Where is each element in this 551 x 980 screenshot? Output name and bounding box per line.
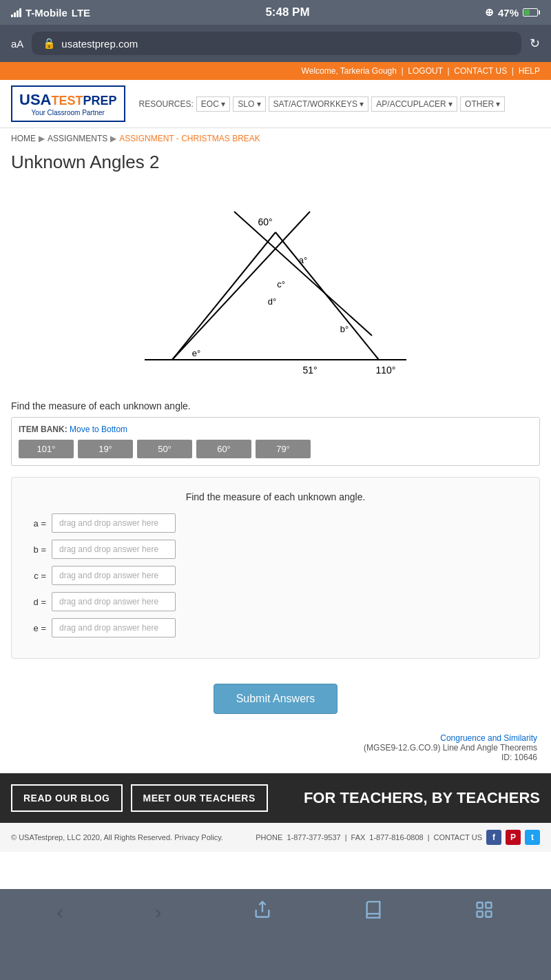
drag-item-101[interactable]: 101° [19,440,74,458]
svg-rect-6 [477,903,483,908]
item-bank-label: ITEM BANK: [19,425,67,434]
pinterest-icon[interactable]: P [506,830,521,845]
move-to-bottom-link[interactable]: Move to Bottom [70,425,127,434]
lock-icon: 🔒 [43,37,56,50]
network-label: LTE [72,7,90,19]
drag-item-19[interactable]: 19° [78,440,133,458]
battery-icon [523,8,540,17]
answer-row-d: d = drag and drop answer here [25,592,526,611]
breadcrumb-sep1: ▶ [39,134,45,143]
bottom-nav: ‹ › [0,889,551,935]
drag-item-50[interactable]: 50° [137,440,192,458]
nav-sat[interactable]: SAT/ACT/WORKKEYS ▾ [269,96,369,112]
contact-us-link-top[interactable]: CONTACT US [454,66,507,76]
social-links: f P t [486,830,540,845]
svg-rect-8 [477,911,483,917]
welcome-text: Welcome, Tarkeria Gough [302,66,397,76]
status-right: ⊕ 47% [485,6,540,19]
copyright-text: © USATestprep, LLC 2020, All Rights Rese… [11,833,172,841]
geometry-diagram: 60° a° c° d° b° e° 51° 110° [0,184,551,398]
angle-d-label: d° [268,296,276,307]
contact-us-link-bottom[interactable]: CONTACT US [434,833,483,841]
submit-button[interactable]: Submit Answers [214,684,338,714]
fax-link[interactable]: 1-877-816-0808 [369,833,423,841]
standards-title: Congruence and Similarity [14,733,537,743]
answer-row-a: a = drag and drop answer here [25,513,526,533]
nav-eoc[interactable]: EOC ▾ [196,96,230,112]
standards-code: (MGSE9-12.G.CO.9) Line And Angle Theorem… [14,743,537,753]
battery-percent: 47% [498,7,519,19]
help-link[interactable]: HELP [519,66,540,76]
angle-51-label: 51° [302,365,317,376]
lock-status-icon: ⊕ [485,6,494,19]
footer-cta: READ OUR BLOG MEET OUR TEACHERS FOR TEAC… [0,773,551,823]
privacy-link[interactable]: Privacy Policy. [174,833,223,841]
url-text: usatestprep.com [61,38,138,50]
page-content: Welcome, Tarkeria Gough | LOGOUT | CONTA… [0,62,551,889]
teachers-button[interactable]: MEET OUR TEACHERS [131,784,268,812]
text-size-control[interactable]: aA [11,38,23,50]
fax-label: FAX [351,833,366,841]
item-bank: ITEM BANK: Move to Bottom 101° 19° 50° 6… [11,417,540,466]
angle-a-label: a° [299,255,307,265]
status-bar: T-Mobile LTE 5:48 PM ⊕ 47% [0,0,551,25]
svg-line-5 [172,212,310,360]
bottom-spacer [0,935,551,977]
answer-label-e: e = [25,623,46,633]
angle-e-label: e° [192,348,200,358]
answer-section: Find the measure of each unknown angle. … [11,477,540,659]
answer-input-a[interactable]: drag and drop answer here [52,513,176,533]
logo-tagline: Your Classroom Partner [19,109,117,116]
logout-link[interactable]: LOGOUT [408,66,442,76]
time-display: 5:48 PM [265,6,309,19]
footer-bottom: © USATestprep, LLC 2020, All Rights Rese… [0,823,551,852]
footer-contact-area: PHONE 1-877-377-9537 | FAX 1-877-816-080… [256,830,540,845]
answer-input-e[interactable]: drag and drop answer here [52,618,176,637]
breadcrumb-assignments[interactable]: ASSIGNMENTS [48,134,107,143]
breadcrumb-current: ASSIGNMENT - CHRISTMAS BREAK [119,134,260,143]
svg-rect-9 [486,911,492,917]
answer-input-b[interactable]: drag and drop answer here [52,540,176,559]
blog-button[interactable]: READ OUR BLOG [11,784,123,812]
nav-other[interactable]: OTHER ▾ [460,96,505,112]
drag-item-60[interactable]: 60° [196,440,251,458]
tabs-button[interactable] [475,900,494,924]
angle-c-label: c° [277,279,285,289]
twitter-icon[interactable]: t [525,830,540,845]
forward-button[interactable]: › [155,901,161,923]
nav-links: RESOURCES: EOC ▾ SLO ▾ SAT/ACT/WORKKEYS … [139,96,506,112]
back-button[interactable]: ‹ [57,901,63,923]
signal-icon [11,8,21,17]
svg-line-1 [172,232,276,360]
logo[interactable]: USATESTPREP Your Classroom Partner [11,85,125,122]
carrier-label: T-Mobile [25,7,67,19]
standards-id: ID: 10646 [14,753,537,762]
breadcrumb-sep2: ▶ [110,134,116,143]
reload-button[interactable]: ↻ [530,36,540,51]
facebook-icon[interactable]: f [486,830,501,845]
answer-label-c: c = [25,571,46,581]
item-bank-header: ITEM BANK: Move to Bottom [19,425,532,434]
page-title: Unknown Angles 2 [0,149,551,184]
breadcrumb: HOME ▶ ASSIGNMENTS ▶ ASSIGNMENT - CHRIST… [0,128,551,149]
angle-60-label: 60° [258,216,272,227]
angle-110-label: 110° [376,365,396,376]
bookmarks-button[interactable] [364,900,383,924]
footer-copyright-area: © USATestprep, LLC 2020, All Rights Rese… [11,833,223,841]
drag-item-79[interactable]: 79° [256,440,311,458]
angle-b-label: b° [340,324,349,334]
angle-diagram-svg: 60° a° c° d° b° e° 51° 110° [131,191,420,391]
footer-tagline: FOR TEACHERS, BY TEACHERS [304,789,540,807]
nav-ap[interactable]: AP/ACCUPLACER ▾ [371,96,457,112]
url-bar[interactable]: 🔒 usatestprep.com [32,32,521,55]
nav-bar: USATESTPREP Your Classroom Partner RESOU… [0,80,551,128]
nav-slo[interactable]: SLO ▾ [233,96,265,112]
answer-input-c[interactable]: drag and drop answer here [52,566,176,585]
phone-link[interactable]: 1-877-377-9537 [287,833,340,841]
breadcrumb-home[interactable]: HOME [11,134,36,143]
share-button[interactable] [253,900,272,924]
answer-question: Find the measure of each unknown angle. [25,491,526,502]
answer-input-d[interactable]: drag and drop answer here [52,592,176,611]
submit-area: Submit Answers [0,670,551,728]
resources-label: RESOURCES: [139,99,194,109]
